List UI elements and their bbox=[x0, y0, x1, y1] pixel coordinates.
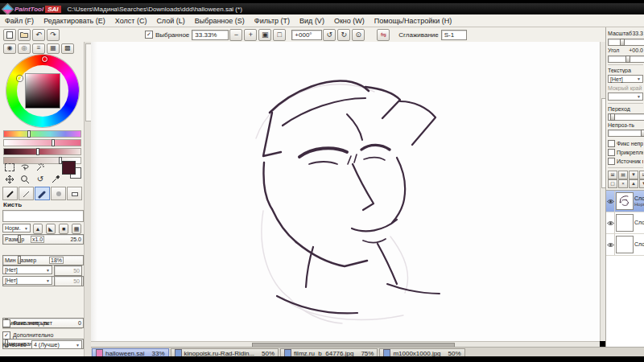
advanced-settings-checkbox[interactable]: ✓ bbox=[2, 331, 10, 339]
merge-down-button[interactable]: ⊟ bbox=[639, 171, 644, 179]
rotate-cw-button[interactable]: ↻ bbox=[337, 29, 350, 41]
new-folder-button[interactable]: ▤ bbox=[618, 171, 628, 179]
brush-slot-selected[interactable] bbox=[35, 187, 50, 200]
saturation-value-square[interactable] bbox=[25, 73, 60, 109]
eyedropper-tool[interactable] bbox=[48, 173, 63, 185]
texture-dropdown[interactable]: [Нет] ▼ bbox=[608, 75, 643, 83]
mixer-strip-hue[interactable] bbox=[3, 130, 81, 138]
rect-select-tool[interactable] bbox=[2, 161, 17, 173]
color-wheel[interactable] bbox=[6, 55, 79, 127]
eye-toggle[interactable] bbox=[606, 234, 615, 255]
mixer-tick[interactable] bbox=[36, 148, 39, 155]
angle-slider[interactable] bbox=[608, 56, 644, 63]
layer-item-selected[interactable]: Слой1 Норм 100% bbox=[606, 191, 644, 212]
flip-horizontal-button[interactable]: ⇋ bbox=[377, 29, 390, 41]
size-multiplier-box[interactable]: x1.0 bbox=[31, 236, 44, 243]
selection-source-checkbox[interactable] bbox=[608, 158, 615, 165]
menu-selection[interactable]: Выбранное (S) bbox=[190, 17, 250, 25]
rgb-sliders-mode-button[interactable]: ≡ bbox=[32, 43, 45, 54]
texture1-dropdown[interactable]: [Нет] ▼ bbox=[2, 265, 52, 274]
new-layer-button[interactable]: ⊞ bbox=[608, 171, 617, 179]
zoom-actual-button[interactable]: □ bbox=[273, 29, 286, 41]
eye-toggle[interactable] bbox=[606, 191, 615, 212]
menu-help[interactable]: Помощь/Настройки (H) bbox=[369, 17, 456, 25]
layer-keep-opacity-checkbox[interactable] bbox=[608, 140, 615, 147]
move-tool[interactable] bbox=[2, 173, 17, 185]
rotate-ccw-button[interactable]: ↺ bbox=[323, 29, 336, 41]
selection-visible-checkbox[interactable]: ✓ bbox=[145, 31, 153, 39]
slider-thumb[interactable] bbox=[610, 113, 615, 121]
keep-opacity-label: Фикс. непр-ть bbox=[13, 320, 48, 326]
slider-thumb[interactable] bbox=[18, 256, 21, 264]
rotate-view-tool[interactable]: ↺ bbox=[33, 173, 47, 185]
tip-soft-button[interactable]: ▲ bbox=[33, 224, 43, 234]
transfer-down-button[interactable]: ▼ bbox=[629, 171, 638, 179]
slider-thumb[interactable] bbox=[625, 56, 630, 63]
menu-window[interactable]: Окно (W) bbox=[329, 17, 369, 25]
rotate-reset-button[interactable]: ⊙ bbox=[352, 29, 365, 41]
menu-view[interactable]: Вид (V) bbox=[295, 17, 329, 25]
clipping-checkbox[interactable] bbox=[608, 149, 615, 156]
eraser-slot[interactable] bbox=[67, 187, 82, 200]
angle-value-box[interactable]: +000° bbox=[291, 30, 322, 40]
zoom-value-box[interactable]: 33.33% bbox=[192, 30, 229, 40]
transition-slider[interactable] bbox=[608, 113, 644, 121]
layer-up-button[interactable]: ▲ bbox=[629, 179, 638, 188]
airbrush-slot[interactable] bbox=[51, 187, 66, 200]
tip-sharp-button[interactable]: ◣ bbox=[46, 224, 56, 234]
mixer-strip-value[interactable] bbox=[3, 148, 81, 155]
delete-layer-button[interactable]: × bbox=[618, 179, 628, 188]
slider-thumb[interactable] bbox=[18, 235, 21, 243]
wet-edge-dropdown[interactable]: ▼ bbox=[608, 93, 643, 101]
zoom-tool[interactable] bbox=[18, 173, 32, 185]
zoom-fit-button[interactable]: ▣ bbox=[258, 29, 271, 41]
menu-layer[interactable]: Слой (L) bbox=[151, 17, 189, 25]
slider-thumb[interactable] bbox=[641, 130, 644, 137]
brush-size-slider[interactable]: Размер x1.0 25.0 bbox=[2, 234, 84, 245]
opacity-slider[interactable] bbox=[608, 130, 644, 137]
new-canvas-button[interactable] bbox=[3, 29, 16, 41]
quality-dropdown[interactable]: 4 (Лучше) ▼ bbox=[31, 340, 82, 349]
tip-flat-button[interactable]: ■ bbox=[59, 224, 68, 234]
menu-canvas[interactable]: Холст (C) bbox=[110, 17, 152, 25]
redo-button[interactable]: ↷ bbox=[47, 29, 60, 41]
layer-item[interactable]: Слой3 bbox=[606, 234, 644, 256]
layer-item[interactable]: Слой2 bbox=[606, 212, 644, 234]
pencil-slot[interactable] bbox=[19, 187, 34, 200]
brush-preset-shelf[interactable] bbox=[2, 210, 84, 222]
color-ring-mode-button[interactable]: ◎ bbox=[18, 43, 31, 54]
magic-wand-tool[interactable] bbox=[33, 161, 47, 173]
mixer-strip-saturation[interactable] bbox=[3, 139, 81, 146]
mixer-mode-button[interactable]: ▩ bbox=[61, 43, 74, 54]
layer-down-button[interactable]: ▼ bbox=[639, 179, 644, 188]
sv-marker[interactable] bbox=[17, 76, 23, 81]
mixer-tick[interactable] bbox=[52, 139, 55, 146]
zoom-in-button[interactable]: + bbox=[244, 29, 257, 41]
undo-button[interactable]: ↶ bbox=[32, 29, 45, 41]
chevron-down-icon: ▼ bbox=[637, 76, 641, 81]
brush-blend-mode-dropdown[interactable]: Норм. ▼ bbox=[2, 224, 31, 232]
clear-layer-button[interactable]: ▢ bbox=[608, 179, 617, 188]
texture2-dropdown[interactable]: [Нет] ▼ bbox=[2, 276, 52, 285]
primary-color-swatch[interactable] bbox=[62, 161, 76, 175]
slider-thumb[interactable] bbox=[620, 39, 625, 46]
swatches-mode-button[interactable]: ▦ bbox=[47, 43, 60, 54]
lasso-tool[interactable] bbox=[18, 161, 32, 173]
keep-opacity-checkbox[interactable] bbox=[2, 319, 10, 327]
color-wheel-mode-button[interactable]: ◉ bbox=[3, 43, 16, 54]
pen-slot[interactable] bbox=[2, 187, 18, 200]
mixer-tick[interactable] bbox=[27, 130, 31, 138]
min-size-slider[interactable]: Мин размер 18% bbox=[2, 255, 84, 265]
tip-texture-button[interactable]: ▦ bbox=[72, 224, 81, 234]
eye-toggle[interactable] bbox=[606, 212, 615, 233]
open-file-button[interactable] bbox=[18, 29, 31, 41]
zoom-out-button[interactable]: − bbox=[229, 29, 242, 41]
menu-edit[interactable]: Редактировать (E) bbox=[39, 17, 110, 25]
menu-file[interactable]: Файл (F) bbox=[0, 17, 39, 25]
left-panel-scrollbar[interactable] bbox=[84, 42, 91, 356]
canvas[interactable] bbox=[91, 42, 600, 341]
hue-marker[interactable] bbox=[42, 56, 47, 62]
menu-filter[interactable]: Фильтр (T) bbox=[250, 17, 295, 25]
scale-slider[interactable] bbox=[608, 39, 644, 46]
smoothing-value-box[interactable]: S-1 bbox=[441, 30, 467, 40]
